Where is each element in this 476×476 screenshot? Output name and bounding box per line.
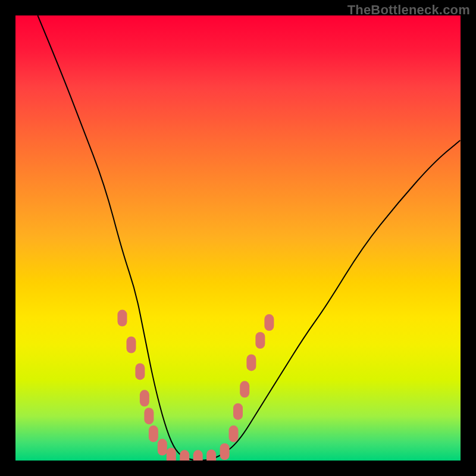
- curve-marker: [255, 332, 265, 349]
- curve-marker: [220, 443, 230, 460]
- curve-marker: [193, 450, 203, 461]
- curve-marker: [118, 310, 127, 327]
- curve-marker: [167, 448, 176, 461]
- curve-marker: [264, 314, 274, 331]
- curve-marker: [149, 425, 158, 442]
- curve-layer: [15, 15, 461, 461]
- curve-marker: [240, 381, 249, 397]
- curve-marker: [135, 363, 145, 380]
- curve-marker: [246, 354, 256, 371]
- watermark-text: TheBottleneck.com: [347, 2, 470, 18]
- chart-stage: TheBottleneck.com: [0, 0, 476, 476]
- curve-marker: [206, 450, 216, 461]
- curve-marker: [158, 439, 167, 456]
- curve-marker: [140, 390, 149, 406]
- curve-marker: [127, 337, 136, 353]
- curve-marker: [229, 425, 239, 442]
- curve-marker: [233, 403, 243, 420]
- curve-marker: [144, 408, 154, 424]
- plot-area: [15, 15, 461, 461]
- curve-marker: [180, 450, 189, 461]
